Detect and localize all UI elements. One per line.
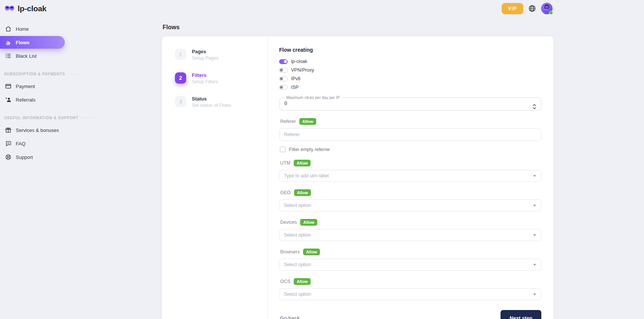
- max-clicks-label: Maximum clicks per day per IP: [285, 95, 341, 100]
- sidebar-item-home[interactable]: Home: [0, 22, 71, 35]
- main-area: Flows 1 Pages Setup Pages 2 Filters: [71, 18, 644, 319]
- sidebar-item-label: Black List: [16, 53, 37, 59]
- number-stepper-icon[interactable]: [532, 104, 536, 111]
- step-subtitle: Setup Filters: [192, 79, 218, 84]
- devices-select[interactable]: Select option: [279, 229, 541, 241]
- geo-label: GEO: [280, 190, 291, 195]
- max-clicks-input[interactable]: [284, 100, 516, 107]
- go-back-button[interactable]: Go back: [279, 314, 300, 319]
- sidebar-section-useful: Useful information & Support: [4, 116, 71, 120]
- filter-empty-referrer-checkbox[interactable]: [280, 147, 285, 152]
- devices-label: Devices: [280, 220, 297, 225]
- sidebar-item-label: Payment: [16, 84, 35, 89]
- geo-label-row: GEO Allow: [280, 189, 541, 196]
- brand-logo[interactable]: lp-cloak: [4, 4, 46, 13]
- lifebuoy-icon: [5, 154, 12, 160]
- sidebar-item-referrals[interactable]: Referrals: [0, 93, 71, 106]
- sidebar-item-services-bonuses[interactable]: Services & bonuses: [0, 124, 71, 136]
- user-avatar[interactable]: [541, 3, 553, 14]
- step-title: Status: [192, 96, 232, 102]
- referer-label: Referer: [280, 119, 296, 124]
- chevron-down-icon: [533, 234, 536, 236]
- filter-empty-referrer-row[interactable]: Filter empty referrer: [280, 147, 541, 152]
- step-title: Pages: [192, 49, 219, 54]
- utm-input[interactable]: [284, 173, 524, 178]
- toggle-lp-cloak[interactable]: lp-cloak: [279, 59, 541, 64]
- utm-input-dropdown[interactable]: [279, 170, 541, 182]
- step-number: 3: [175, 96, 186, 107]
- step-subtitle: Setup Pages: [192, 55, 219, 61]
- ocs-label-row: OCS Allow: [280, 278, 541, 285]
- person-add-icon: [5, 96, 12, 103]
- step-subtitle: Set status of Flows: [192, 103, 232, 108]
- step-number: 2: [175, 72, 186, 84]
- max-clicks-field: Maximum clicks per day per IP: [279, 95, 541, 111]
- utm-label-row: UTM Allow: [280, 160, 541, 166]
- ocs-label: OCS: [280, 279, 290, 284]
- sidebar-item-support[interactable]: Support: [0, 151, 71, 163]
- referer-allow-badge[interactable]: Allow: [299, 118, 316, 125]
- flow-wizard-card: 1 Pages Setup Pages 2 Filters Setup Filt…: [162, 36, 553, 319]
- step-status[interactable]: 3 Status Set status of Flows: [175, 96, 267, 108]
- svg-text:?!: ?!: [7, 142, 10, 145]
- sidebar-item-label: Home: [16, 26, 29, 32]
- sidebar: Home Flows Black List Subscription & Pay…: [0, 22, 71, 164]
- home-icon: [5, 25, 12, 32]
- form-title: Flow creating: [279, 47, 541, 53]
- sidebar-item-label: Referrals: [16, 97, 36, 103]
- utm-allow-badge[interactable]: Allow: [294, 160, 311, 166]
- sidebar-item-black-list[interactable]: Black List: [0, 49, 71, 62]
- wizard-actions: Go back Next step: [279, 310, 541, 319]
- toggle-isp[interactable]: ISP: [279, 85, 541, 90]
- online-status-dot: [549, 11, 553, 15]
- sidebar-item-faq[interactable]: ?! FAQ: [0, 137, 71, 150]
- browsers-select[interactable]: Select option: [279, 259, 541, 271]
- chevron-down-icon: [533, 205, 536, 207]
- next-step-button[interactable]: Next step: [501, 310, 541, 319]
- browsers-label-row: Browsers Allow: [280, 249, 541, 255]
- app-root: lp-cloak VIP: [0, 0, 644, 319]
- devices-label-row: Devices Allow: [280, 219, 541, 226]
- toggle-switch-off[interactable]: [279, 76, 288, 81]
- topbar-controls: VIP: [502, 3, 553, 14]
- mask-icon: [4, 4, 15, 13]
- wizard-steps: 1 Pages Setup Pages 2 Filters Setup Filt…: [162, 36, 268, 319]
- sidebar-item-flows[interactable]: Flows: [0, 36, 65, 49]
- ocs-allow-badge[interactable]: Allow: [294, 278, 311, 285]
- flows-icon: [5, 39, 12, 46]
- chevron-down-icon: [533, 294, 536, 295]
- blacklist-icon: [5, 52, 12, 59]
- sidebar-item-label: FAQ: [16, 141, 25, 147]
- vip-button[interactable]: VIP: [502, 3, 523, 14]
- utm-label: UTM: [280, 160, 290, 166]
- toggle-ipv6[interactable]: IPv6: [279, 76, 541, 81]
- brand-name: lp-cloak: [18, 4, 46, 13]
- credit-card-icon: [5, 83, 12, 90]
- step-filters[interactable]: 2 Filters Setup Filters: [175, 72, 267, 84]
- page-title: Flows: [163, 24, 553, 31]
- toggle-switch-off[interactable]: [279, 85, 288, 90]
- sidebar-section-subscription: Subscription & Payments: [4, 72, 71, 76]
- geo-allow-badge[interactable]: Allow: [294, 189, 311, 196]
- step-pages[interactable]: 1 Pages Setup Pages: [175, 49, 267, 61]
- sidebar-item-payment[interactable]: Payment: [0, 80, 71, 93]
- sidebar-item-label: Flows: [16, 40, 30, 45]
- referer-label-row: Referer Allow: [280, 118, 541, 125]
- referer-input[interactable]: [279, 128, 541, 141]
- step-title: Filters: [192, 72, 218, 78]
- browsers-label: Browsers: [280, 249, 300, 255]
- sidebar-item-label: Support: [16, 154, 33, 160]
- toggle-switch-on[interactable]: [279, 59, 288, 64]
- ocs-select[interactable]: Select option: [279, 288, 541, 300]
- geo-select[interactable]: Select option: [279, 199, 541, 211]
- filters-form: Flow creating lp-cloak VPN/Proxy IPv6: [268, 36, 553, 319]
- browsers-allow-badge[interactable]: Allow: [303, 249, 320, 255]
- gift-icon: [5, 127, 12, 133]
- toggle-switch-off[interactable]: [279, 68, 288, 73]
- chevron-down-icon: [533, 264, 536, 266]
- devices-allow-badge[interactable]: Allow: [300, 219, 317, 226]
- faq-bubble-icon: ?!: [5, 140, 12, 147]
- toggle-vpn-proxy[interactable]: VPN/Proxy: [279, 67, 541, 73]
- globe-icon[interactable]: [528, 4, 536, 12]
- chevron-down-icon: [533, 175, 536, 177]
